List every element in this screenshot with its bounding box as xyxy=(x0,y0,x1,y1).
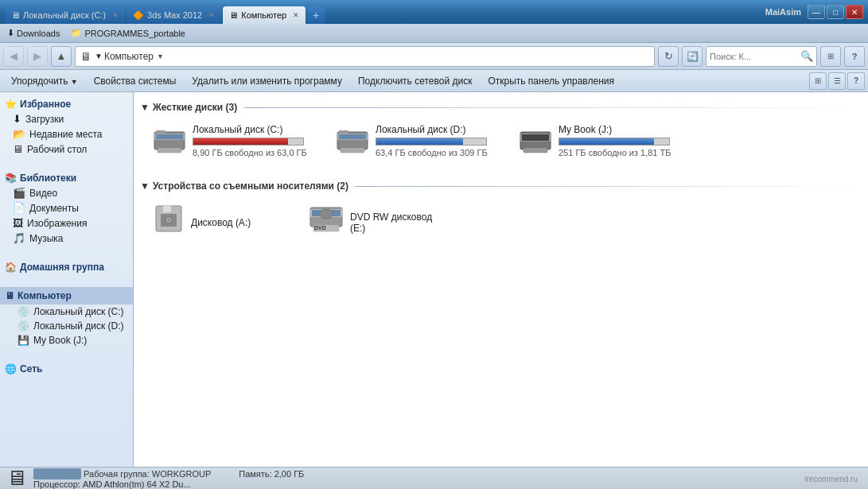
libraries-header[interactable]: 📚 Библиотеки xyxy=(0,169,133,185)
sidebar-item-desktop[interactable]: 🖥 Рабочий стол xyxy=(0,142,133,157)
maximize-button[interactable]: □ xyxy=(827,5,844,19)
homegroup-section: 🏠 Домашняя группа xyxy=(0,255,133,277)
status-workgroup: Рабочая группа: WORKGROUP xyxy=(84,469,211,479)
titlebar-right: MaiAsim — □ ✕ xyxy=(765,5,863,19)
status-info-row1: Рабочая группа: WORKGROUP Память: 2,00 Г… xyxy=(33,468,304,479)
minimize-button[interactable]: — xyxy=(808,5,825,19)
drive-e-icon: DVD xyxy=(309,203,344,242)
svg-rect-7 xyxy=(339,134,366,139)
libraries-section: 📚 Библиотеки 🎬 Видео 📄 Документы 🖼 Изобр… xyxy=(0,166,133,249)
status-bar: 🖥 Рабочая группа: WORKGROUP Память: 2,00… xyxy=(0,467,868,489)
status-right: irecommend.ru xyxy=(800,474,862,483)
homegroup-header[interactable]: 🏠 Домашняя группа xyxy=(0,258,133,274)
bookmark-programmes-label: PROGRAMMES_portable xyxy=(84,29,185,38)
drive-e-name: DVD RW дисковод (E:) xyxy=(350,212,439,234)
sidebar-item-c-drive[interactable]: 💿 Локальный диск (C:) xyxy=(0,305,133,319)
forward-button[interactable]: ▶ xyxy=(27,46,48,67)
bookmark-programmes[interactable]: 📁 PROGRAMMES_portable xyxy=(68,27,188,39)
drive-a-item[interactable]: Дисковод (A:) xyxy=(146,198,290,246)
sidebar-item-video[interactable]: 🎬 Видео xyxy=(0,185,133,200)
svg-rect-4 xyxy=(156,130,165,134)
compat-button[interactable]: 🔄 xyxy=(682,46,703,67)
close-button[interactable]: ✕ xyxy=(846,5,863,19)
drive-d-name: Локальный диск (D:) xyxy=(376,124,498,135)
back-button[interactable]: ◀ xyxy=(3,46,24,67)
sidebar-item-j-drive[interactable]: 💾 My Book (J:) xyxy=(0,333,133,347)
bookmark-downloads[interactable]: ⬇ Downloads xyxy=(5,27,62,39)
hard-disks-expand-icon[interactable]: ▼ xyxy=(140,102,150,113)
sidebar-item-d-drive[interactable]: 💿 Локальный диск (D:) xyxy=(0,319,133,333)
drive-d-item[interactable]: Локальный диск (D:) 63,4 ГБ свободно из … xyxy=(329,119,504,168)
drive-j-info: My Book (J:) 251 ГБ свободно из 1,81 ТБ xyxy=(559,124,681,157)
sidebar-item-music[interactable]: 🎵 Музыка xyxy=(0,231,133,246)
tab-close-computer[interactable]: ✕ xyxy=(293,11,299,19)
search-bar[interactable]: 🔍 xyxy=(706,46,817,67)
drive-d-size: 63,4 ГБ свободно из 309 ГБ xyxy=(376,148,498,157)
drive-j-item[interactable]: My Book (J:) 251 ГБ свободно из 1,81 ТБ xyxy=(512,119,687,168)
c-drive-icon: 💿 xyxy=(18,306,29,317)
svg-rect-3 xyxy=(158,148,181,153)
tab-close-3ds[interactable]: ✕ xyxy=(208,11,215,19)
search-input[interactable] xyxy=(710,52,799,61)
d-drive-icon: 💿 xyxy=(18,320,29,332)
music-icon: 🎵 xyxy=(13,232,25,244)
svg-text:DVD: DVD xyxy=(314,225,326,231)
refresh-button[interactable]: ↻ xyxy=(658,46,679,67)
status-username-blurred xyxy=(33,468,81,479)
status-memory: Память: 2,00 ГБ xyxy=(239,469,304,479)
library-icon: 📚 xyxy=(5,173,17,184)
documents-icon: 📄 xyxy=(13,202,25,214)
images-icon: 🖼 xyxy=(13,217,23,229)
drive-c-icon xyxy=(153,126,186,163)
tab-close-c[interactable]: ✕ xyxy=(112,11,119,19)
network-header[interactable]: 🌐 Сеть xyxy=(0,360,133,376)
svg-rect-8 xyxy=(341,148,364,153)
tab-new-button[interactable]: + xyxy=(307,6,325,24)
tab-local-disk-c[interactable]: 🖥 Локальный диск (C:) ✕ xyxy=(5,6,125,24)
view-options-button[interactable]: ⊞ xyxy=(820,46,841,67)
bookmark-programmes-icon: 📁 xyxy=(71,28,82,38)
star-icon: ⭐ xyxy=(5,99,17,110)
menu-control-panel[interactable]: Открыть панель управления xyxy=(480,73,622,89)
menu-map-drive[interactable]: Подключить сетевой диск xyxy=(350,73,480,89)
network-icon: 🌐 xyxy=(5,363,17,375)
sidebar-item-documents[interactable]: 📄 Документы xyxy=(0,200,133,215)
drive-e-item[interactable]: DVD DVD RW дисковод (E:) xyxy=(302,198,446,246)
tab-strip: 🖥 Локальный диск (C:) ✕ 🔶 3ds Max 2012 ✕… xyxy=(5,0,325,24)
drive-c-item[interactable]: Локальный диск (C:) 8,90 ГБ свободно из … xyxy=(146,119,321,168)
tab-computer[interactable]: 🖥 Компьютер ✕ xyxy=(223,6,306,24)
status-computer-icon: 🖥 xyxy=(6,466,27,489)
address-dropdown-arrow[interactable]: ▼ xyxy=(157,52,164,60)
tab-icon-computer: 🖥 xyxy=(229,10,238,20)
j-drive-icon: 💾 xyxy=(18,335,29,346)
svg-rect-13 xyxy=(524,148,547,153)
svg-rect-2 xyxy=(156,134,183,139)
sidebar-item-recent[interactable]: 📂 Недавние места xyxy=(0,126,133,142)
drive-j-bar-fill xyxy=(559,138,654,145)
up-button[interactable]: ▲ xyxy=(51,46,72,67)
svg-rect-18 xyxy=(163,206,171,212)
tab-3dsmax[interactable]: 🔶 3ds Max 2012 ✕ xyxy=(127,6,221,24)
view-icons-button[interactable]: ⊞ xyxy=(809,72,827,90)
menu-organize[interactable]: Упорядочить ▼ xyxy=(3,73,86,89)
view-list-button[interactable]: ☰ xyxy=(828,72,846,90)
sidebar-item-downloads[interactable]: ⬇ Загрузки xyxy=(0,111,133,126)
sidebar-computer-header[interactable]: 🖥 Компьютер xyxy=(0,287,133,305)
drive-d-icon xyxy=(336,126,369,163)
drive-c-bar-bg xyxy=(193,138,304,146)
drive-j-bar-bg xyxy=(559,138,670,146)
sidebar-item-images[interactable]: 🖼 Изображения xyxy=(0,215,133,231)
help-button[interactable]: ? xyxy=(844,46,865,67)
menu-uninstall[interactable]: Удалить или изменить программу xyxy=(184,73,350,89)
address-bar[interactable]: 🖥 ▼ Компьютер ▼ xyxy=(75,46,655,67)
drive-c-size: 8,90 ГБ свободно из 63,0 ГБ xyxy=(193,148,315,157)
help-menu-button[interactable]: ? xyxy=(847,72,865,90)
recent-icon: 📂 xyxy=(13,128,25,140)
removable-expand-icon[interactable]: ▼ xyxy=(140,180,150,192)
bookmark-downloads-label: Downloads xyxy=(17,29,60,38)
favorites-header[interactable]: ⭐ Избранное xyxy=(0,95,133,111)
search-icon[interactable]: 🔍 xyxy=(800,50,813,62)
main-area: ⭐ Избранное ⬇ Загрузки 📂 Недавние места … xyxy=(0,92,868,467)
menu-system-properties[interactable]: Свойства системы xyxy=(86,73,185,89)
svg-rect-12 xyxy=(522,134,549,141)
